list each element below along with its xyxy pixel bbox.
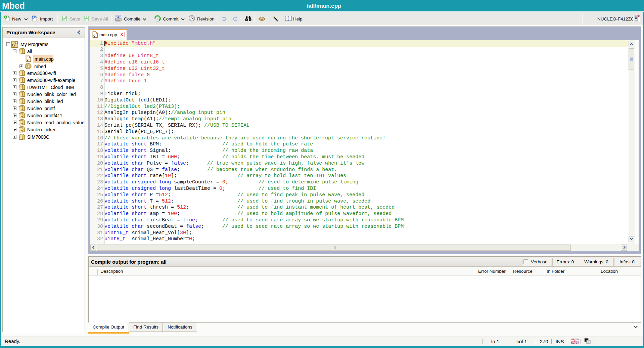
- svg-text:c: c: [93, 34, 95, 38]
- svg-text:c: c: [27, 58, 29, 62]
